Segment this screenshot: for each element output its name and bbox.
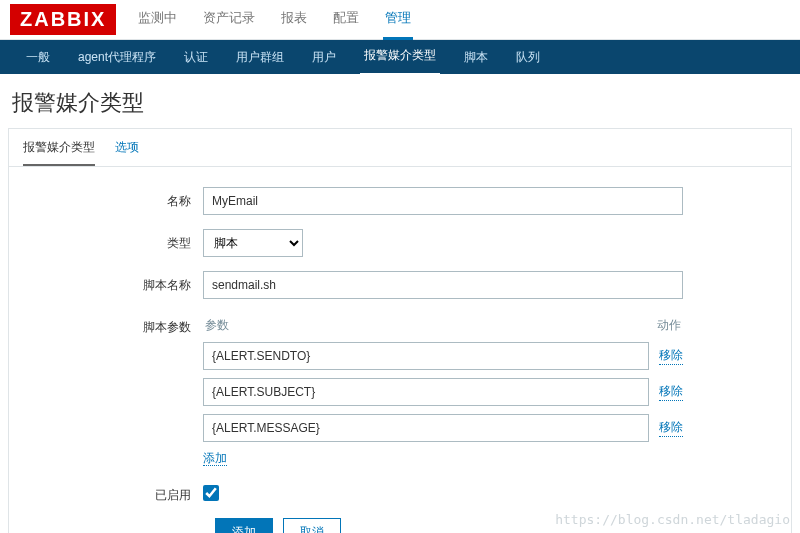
select-type[interactable]: 脚本 xyxy=(203,229,303,257)
subnav: 一般 agent代理程序 认证 用户群组 用户 报警媒介类型 脚本 队列 xyxy=(0,40,800,74)
topmenu: 监测中 资产记录 报表 配置 管理 xyxy=(136,0,413,40)
label-type: 类型 xyxy=(23,229,203,252)
cancel-button[interactable]: 取消 xyxy=(283,518,341,533)
input-param-0[interactable] xyxy=(203,342,649,370)
topmenu-configuration[interactable]: 配置 xyxy=(331,0,361,40)
row-type: 类型 脚本 xyxy=(23,229,777,257)
row-name: 名称 xyxy=(23,187,777,215)
row-enabled: 已启用 xyxy=(23,481,777,504)
submit-button[interactable]: 添加 xyxy=(215,518,273,533)
topmenu-inventory[interactable]: 资产记录 xyxy=(201,0,257,40)
label-scriptname: 脚本名称 xyxy=(23,271,203,294)
params-header-action: 动作 xyxy=(657,317,681,334)
remove-param-0[interactable]: 移除 xyxy=(659,347,683,365)
tab-mediatype[interactable]: 报警媒介类型 xyxy=(23,139,95,166)
subnav-queue[interactable]: 队列 xyxy=(512,40,544,75)
label-name: 名称 xyxy=(23,187,203,210)
topmenu-monitoring[interactable]: 监测中 xyxy=(136,0,179,40)
checkbox-enabled[interactable] xyxy=(203,485,219,501)
input-scriptname[interactable] xyxy=(203,271,683,299)
param-row: 移除 xyxy=(203,414,683,442)
panel: 报警媒介类型 选项 名称 类型 脚本 脚本名称 脚本参数 参数 动作 xyxy=(8,128,792,533)
remove-param-1[interactable]: 移除 xyxy=(659,383,683,401)
label-enabled: 已启用 xyxy=(23,481,203,504)
subnav-mediatypes[interactable]: 报警媒介类型 xyxy=(360,38,440,76)
subnav-authentication[interactable]: 认证 xyxy=(180,40,212,75)
topbar: ZABBIX 监测中 资产记录 报表 配置 管理 xyxy=(0,0,800,40)
logo: ZABBIX xyxy=(10,4,116,35)
subnav-proxies[interactable]: agent代理程序 xyxy=(74,40,160,75)
subnav-scripts[interactable]: 脚本 xyxy=(460,40,492,75)
params-header: 参数 动作 xyxy=(203,313,683,342)
param-row: 移除 xyxy=(203,378,683,406)
add-param-link[interactable]: 添加 xyxy=(203,451,227,466)
input-name[interactable] xyxy=(203,187,683,215)
subnav-users[interactable]: 用户 xyxy=(308,40,340,75)
page-title: 报警媒介类型 xyxy=(0,74,800,128)
tab-options[interactable]: 选项 xyxy=(115,139,139,166)
tabs: 报警媒介类型 选项 xyxy=(9,129,791,167)
input-param-1[interactable] xyxy=(203,378,649,406)
subnav-usergroups[interactable]: 用户群组 xyxy=(232,40,288,75)
topmenu-administration[interactable]: 管理 xyxy=(383,0,413,40)
label-scriptparams: 脚本参数 xyxy=(23,313,203,336)
remove-param-2[interactable]: 移除 xyxy=(659,419,683,437)
params-header-name: 参数 xyxy=(205,317,229,334)
topmenu-reports[interactable]: 报表 xyxy=(279,0,309,40)
watermark: https://blog.csdn.net/tladagio xyxy=(555,512,790,527)
input-param-2[interactable] xyxy=(203,414,649,442)
form: 名称 类型 脚本 脚本名称 脚本参数 参数 动作 xyxy=(9,167,791,533)
subnav-general[interactable]: 一般 xyxy=(22,40,54,75)
row-scriptname: 脚本名称 xyxy=(23,271,777,299)
param-row: 移除 xyxy=(203,342,683,370)
row-scriptparams: 脚本参数 参数 动作 移除 移除 移除 xyxy=(23,313,777,467)
